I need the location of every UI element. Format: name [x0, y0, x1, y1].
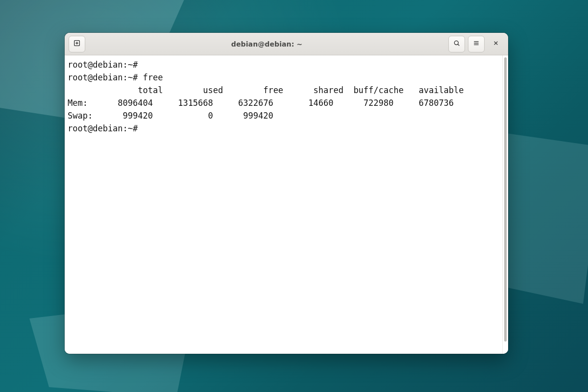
svg-line-7 [458, 44, 459, 46]
search-button[interactable] [448, 36, 465, 52]
menu-button[interactable] [468, 36, 485, 52]
titlebar: debian@debian: ~ [65, 33, 508, 55]
scrollbar[interactable] [502, 55, 508, 354]
hamburger-icon [472, 39, 480, 49]
scrollbar-thumb[interactable] [504, 57, 507, 342]
svg-point-6 [454, 41, 458, 45]
close-icon [492, 39, 500, 49]
window-title: debian@debian: ~ [88, 40, 445, 48]
new-tab-icon [73, 39, 81, 49]
search-icon [453, 39, 461, 49]
terminal-output[interactable]: root@debian:~# root@debian:~# free total… [65, 55, 502, 354]
new-tab-button[interactable] [69, 36, 85, 52]
close-button[interactable] [488, 36, 504, 52]
terminal-window: debian@debian: ~ root@debian:~# root@deb… [65, 33, 508, 354]
